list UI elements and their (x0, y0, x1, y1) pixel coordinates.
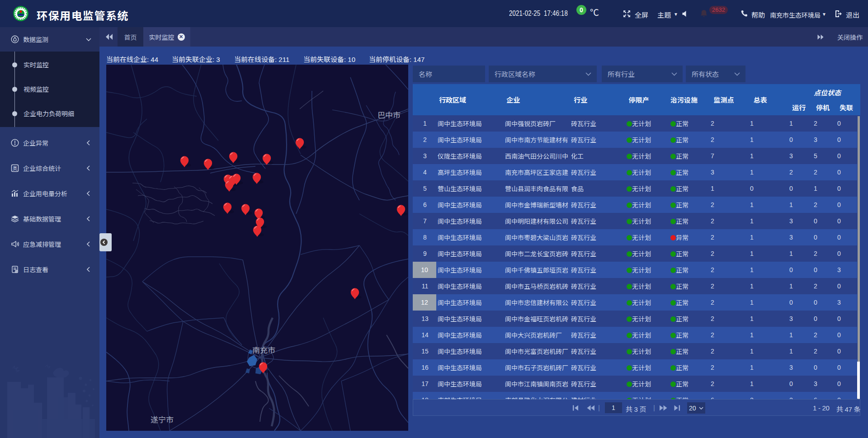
svg-text:南充市: 南充市 (252, 346, 275, 355)
svg-text:奥: 奥 (13, 164, 18, 171)
svg-text:巴中市: 巴中市 (377, 111, 401, 120)
svg-text:遂宁市: 遂宁市 (151, 416, 174, 424)
